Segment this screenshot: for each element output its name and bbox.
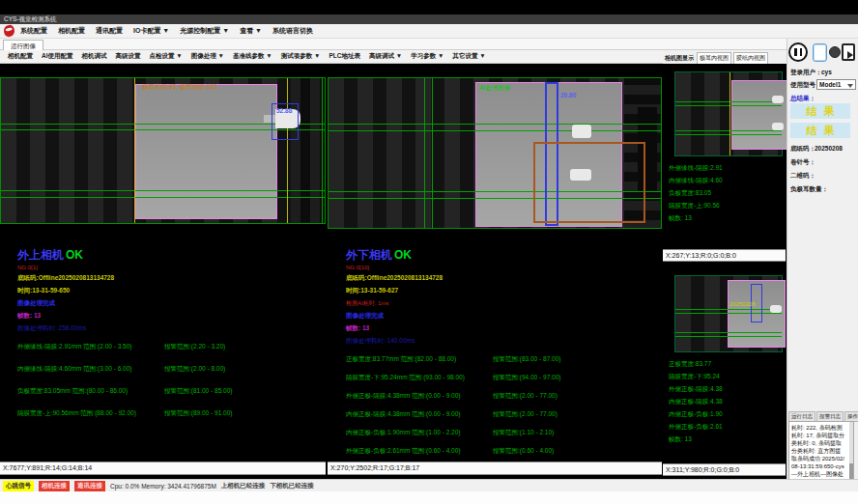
elapsed-line: 图像处理耗时: 140.00ms <box>346 337 661 346</box>
ng-line: NG:0[1] <box>17 265 327 270</box>
toolbar-item[interactable]: AI使用配置 <box>42 52 73 61</box>
side-info-lines: 外侧缘线-隔膜:2.91内侧缘线-隔膜:4.60负极宽度:83.05隔膜宽度-上… <box>669 164 723 223</box>
measurement-value: 外侧正极-隔膜:4.38mm 范围:(0.00 - 9.00) <box>346 392 493 401</box>
menu-item[interactable]: 光源控制配置 ▼ <box>180 26 229 36</box>
model-value: Model1 <box>819 81 841 88</box>
desktop-strip <box>0 491 858 504</box>
alignment-line <box>675 105 782 106</box>
tab-measure-overlay: 极耳高值:93, 极耳间值:100 <box>142 83 216 92</box>
reflection-blob <box>772 123 784 130</box>
status-bar: 心跳信号 相机连接 通讯连接 Cpu: 0.0% Memory: 3424.41… <box>0 479 858 491</box>
log-scrollbar[interactable] <box>849 422 853 479</box>
alarm-range: 报警范围:(83.00 - 87.00) <box>493 355 560 364</box>
toolbar-item[interactable]: 相机调试 <box>82 52 107 61</box>
left-camera-image[interactable]: 极耳高值:93, 极耳间值:100 52.88 <box>0 77 326 224</box>
comm-link-badge: 通讯连接 <box>74 481 105 491</box>
alignment-line <box>675 134 782 135</box>
code-line: 底纸码:Offline2025020813134728 <box>346 274 661 283</box>
heartbeat-badge: 心跳信号 <box>3 481 34 491</box>
toolbar-item[interactable]: 图像处理 ▼ <box>191 52 224 61</box>
info-line: 内侧正极-隔膜:4.38 <box>669 398 723 406</box>
measure-value-overlay: 52.88 <box>276 107 292 114</box>
measurement-row: 外侧缘线-隔膜:2.91mm 范围:(2.00 - 3.50) 报警范围:(2.… <box>17 343 327 351</box>
done-line: 图像处理完成 <box>17 299 327 308</box>
side-view-tabs: 极耳内视图胶纸内视图 <box>697 52 768 65</box>
side-view-2[interactable]: 20250208 正极宽度:83.77隔膜宽度-下:95.24外侧正极-隔膜:4… <box>663 262 786 463</box>
top-black-strip <box>0 0 858 14</box>
toolbar-item[interactable]: 测试项参数 ▼ <box>281 52 321 61</box>
alarm-range: 报警范围:(0.60 - 4.00) <box>493 447 554 456</box>
login-user-button[interactable] <box>813 43 827 62</box>
toolbar-items: 相机配置AI使用配置相机调试高级设置点检设置 ▼图像处理 ▼基准线参数 ▼测试项… <box>8 52 486 61</box>
cpu-memory-text: Cpu: 0.0% Memory: 3424.41796875M <box>110 483 216 490</box>
alignment-line <box>675 101 782 102</box>
measurement-row: 内侧缘线-隔膜:4.60mm 范围:(3.00 - 6.00) 报警范围:(2.… <box>17 365 327 374</box>
log-scrollbar-thumb[interactable] <box>849 463 853 479</box>
reflection-blob <box>770 305 782 313</box>
alarm-range: 报警范围:(94.00 - 97.00) <box>493 374 560 382</box>
toolbar-item[interactable]: 学习参数 ▼ <box>411 52 443 61</box>
measurement-row: 负极宽度:83.05mm 范围:(80.00 - 86.00) 报警范围:(81… <box>17 387 327 396</box>
alarm-range: 报警范围:(2.00 - 8.00) <box>164 365 225 374</box>
toolbar-item[interactable]: 点检设置 ▼ <box>150 52 183 61</box>
tab-run-image[interactable]: 运行图像 <box>3 40 43 50</box>
toolbar-item[interactable]: 相机配置 <box>8 52 33 61</box>
measurement-value: 正极宽度:83.77mm 范围:(82.00 - 88.00) <box>346 355 493 364</box>
menu-item[interactable]: 系统语言切换 <box>272 26 313 36</box>
ng-line: NG:0[10] <box>346 265 661 270</box>
elapsed-line: 图像处理耗时: 258.00ms <box>17 324 327 333</box>
frame-line: 帧数: 13 <box>346 324 661 333</box>
middle-camera-image[interactable]: AI处理图像 20.80 <box>328 77 662 229</box>
time-line: 时间:13-31-59-650 <box>17 287 327 295</box>
info-line: 外侧正极-负极:2.61 <box>669 423 723 432</box>
alignment-line <box>675 332 782 333</box>
measurement-value: 外侧正极-负极:2.61mm 范围:(0.60 - 4.00) <box>346 447 493 456</box>
side-view-tab[interactable]: 胶纸内视图 <box>733 52 768 65</box>
alignment-line <box>1 190 325 191</box>
toolbar-item[interactable]: 高级设置 <box>116 52 141 61</box>
lower-camera-status: 下相机已经连接 <box>270 482 314 490</box>
material-strip <box>135 84 277 219</box>
alarm-range: 报警范围:(2.20 - 3.20) <box>164 343 225 351</box>
info-line: 帧数: 13 <box>669 214 723 223</box>
measurement-row: 外侧正极-隔膜:4.38mm 范围:(0.00 - 9.00) 报警范围:(2.… <box>346 392 661 401</box>
toolbar-item[interactable]: PLC地址表 <box>329 52 361 61</box>
user-value: cys <box>821 69 832 75</box>
chevron-down-icon <box>847 84 853 91</box>
logout-exit-button[interactable] <box>842 43 855 61</box>
alignment-line <box>675 309 782 310</box>
result-box-2: 结果 <box>790 123 850 138</box>
menu-item[interactable]: 查看 ▼ <box>240 26 262 36</box>
menu-item[interactable]: 通讯配置 <box>96 26 123 36</box>
middle-result-text: 外下相机OK NG:0[10] 底纸码:Offline2025020813134… <box>346 247 661 465</box>
frame-line: 帧数: 13 <box>17 312 327 321</box>
tool-bar: 相机配置AI使用配置相机调试高级设置点检设置 ▼图像处理 ▼基准线参数 ▼测试项… <box>0 50 663 64</box>
side-view-tab[interactable]: 极耳内视图 <box>697 52 731 65</box>
measurement-row: 正极宽度:83.77mm 范围:(82.00 - 88.00) 报警范围:(83… <box>346 355 661 364</box>
toolbar-item[interactable]: 基准线参数 ▼ <box>233 52 272 61</box>
alarm-range: 报警范围:(2.00 - 77.00) <box>493 410 558 419</box>
model-select[interactable]: Model1 <box>816 79 856 90</box>
tab-count-label: 负极耳数量： <box>790 185 828 194</box>
measurement-row: 隔膜宽度-上:90.56mm 范围:(88.00 - 92.00) 报警范围:(… <box>17 409 327 418</box>
pause-button[interactable] <box>788 42 808 62</box>
user-label: 登录用户： <box>790 69 822 77</box>
menu-item[interactable]: 相机配置 <box>58 26 85 36</box>
measurement-value: 隔膜宽度-上:90.56mm 范围:(88.00 - 92.00) <box>17 409 164 418</box>
window-titlebar: CYS-视觉检测系统 <box>0 14 858 24</box>
log-textarea[interactable]: 耗时: 222, 条码检测耗时: 17, 条码提取分类耗时: 0, 条码提取分类… <box>788 421 854 480</box>
toolbar-item[interactable]: 高级调试 ▼ <box>369 52 402 61</box>
measurement-value: 外侧缘线-隔膜:2.91mm 范围:(2.00 - 3.50) <box>17 343 164 351</box>
material-strip <box>731 80 787 150</box>
detect-roi-box <box>533 142 645 223</box>
toolbar-item[interactable]: 其它设置 ▼ <box>453 52 486 61</box>
info-line: 帧数: 13 <box>669 435 723 444</box>
operator-button[interactable] <box>829 46 841 58</box>
reflection-blob <box>572 125 591 138</box>
alignment-line <box>1 197 325 198</box>
info-line: 隔膜宽度-上:90.56 <box>669 202 723 210</box>
edge-line <box>729 72 730 155</box>
menu-item[interactable]: 系统配置 <box>20 26 47 36</box>
menu-item[interactable]: IO卡配置 ▼ <box>133 26 169 36</box>
side-view-1[interactable]: 外侧缘线-隔膜:2.91内侧缘线-隔膜:4.60负极宽度:83.05隔膜宽度-上… <box>663 68 786 249</box>
